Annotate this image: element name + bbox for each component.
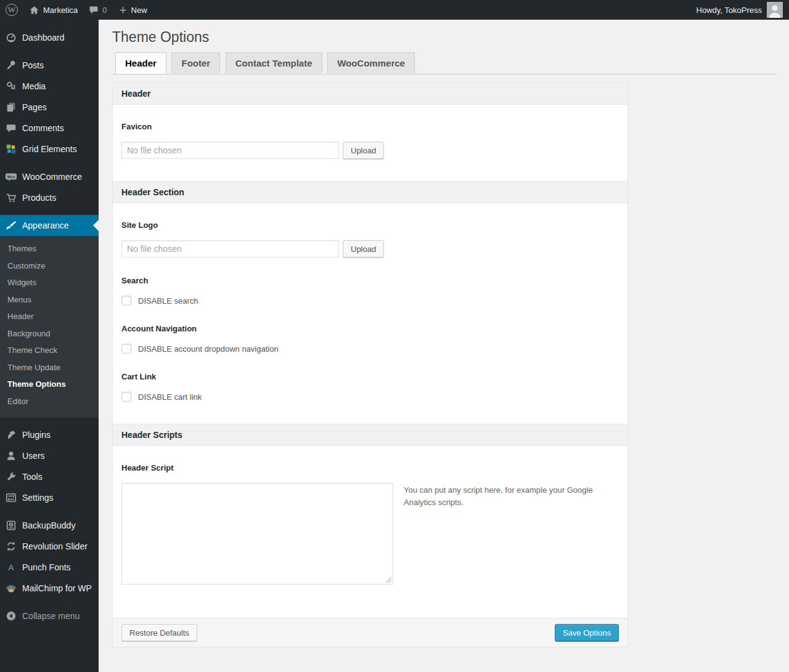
- cart-link-field: Cart Link DISABLE cart link: [121, 372, 619, 402]
- sidebar-item-label: Grid Elements: [22, 139, 77, 160]
- sidebar-item-media[interactable]: Media: [0, 76, 99, 97]
- submenu-item-customize[interactable]: Customize: [0, 257, 99, 275]
- grid-icon: [0, 144, 22, 155]
- site-name-link[interactable]: Marketica: [23, 0, 83, 20]
- sidebar-item-appearance[interactable]: Appearance: [0, 215, 99, 236]
- page-title: Theme Options: [112, 20, 777, 52]
- menu-separator: [0, 48, 99, 55]
- menu-separator: [0, 208, 99, 215]
- submenu-item-background[interactable]: Background: [0, 325, 99, 342]
- favicon-upload-button[interactable]: Upload: [343, 142, 384, 159]
- submenu-item-editor[interactable]: Editor: [0, 393, 99, 410]
- favicon-file-input[interactable]: [121, 142, 339, 159]
- monkey-icon: [0, 583, 22, 594]
- sidebar-item-pages[interactable]: Pages: [0, 97, 99, 118]
- disable-search-label: DISABLE search: [138, 296, 198, 306]
- section-title: Header: [113, 83, 628, 105]
- sidebar-item-label: Users: [22, 445, 45, 466]
- submenu-item-theme-update[interactable]: Theme Update: [0, 359, 99, 376]
- user-icon: [0, 450, 22, 461]
- tab-header[interactable]: Header: [115, 52, 166, 74]
- disable-account-nav-label: DISABLE account dropdown navigation: [138, 344, 279, 354]
- admin-bar: W Marketica 0 New Howdy, TokoPress: [0, 0, 789, 20]
- account-navigation-field: Account Navigation DISABLE account dropd…: [121, 324, 619, 354]
- appearance-submenu: Themes Customize Widgets Menus Header Ba…: [0, 236, 99, 418]
- comments-icon: [0, 123, 22, 134]
- site-logo-upload-button[interactable]: Upload: [343, 240, 384, 257]
- tab-woocommerce[interactable]: WooCommerce: [327, 52, 415, 73]
- site-name: Marketica: [43, 6, 78, 15]
- svg-text:A: A: [8, 563, 14, 572]
- theme-options-panel: Header Favicon Upload Header Section Sit…: [112, 83, 628, 647]
- disable-cart-link-checkbox[interactable]: [121, 392, 131, 402]
- avatar[interactable]: [767, 2, 783, 18]
- home-icon: [29, 5, 39, 15]
- sidebar-item-revolution-slider[interactable]: Revolution Slider: [0, 536, 99, 557]
- sidebar-item-backupbuddy[interactable]: BackupBuddy: [0, 515, 99, 536]
- tab-contact-template[interactable]: Contact Template: [226, 52, 322, 73]
- header-script-help: You can put any script here, for example…: [404, 484, 601, 509]
- wordpress-logo-menu[interactable]: W: [0, 0, 23, 20]
- sidebar-item-label: Punch Fonts: [22, 557, 71, 578]
- disable-cart-link-label: DISABLE cart link: [138, 392, 202, 402]
- sidebar-item-plugins[interactable]: Plugins: [0, 424, 99, 445]
- sidebar-item-label: Revolution Slider: [22, 536, 88, 557]
- sidebar-item-woocommerce[interactable]: Woo WooCommerce: [0, 166, 99, 187]
- section-title: Header Scripts: [113, 424, 628, 446]
- sidebar-item-dashboard[interactable]: Dashboard: [0, 27, 99, 48]
- howdy-text[interactable]: Howdy, TokoPress: [697, 6, 762, 15]
- sidebar-item-label: Pages: [22, 97, 47, 118]
- submenu-item-menus[interactable]: Menus: [0, 291, 99, 309]
- disable-search-checkbox[interactable]: [121, 296, 131, 306]
- search-label: Search: [121, 276, 619, 285]
- sidebar-item-tools[interactable]: Tools: [0, 466, 99, 487]
- comment-bubble-icon: [89, 5, 99, 15]
- submenu-item-theme-options[interactable]: Theme Options: [0, 376, 99, 393]
- backup-drive-icon: [0, 520, 22, 531]
- sidebar-item-posts[interactable]: Posts: [0, 55, 99, 76]
- submenu-item-widgets[interactable]: Widgets: [0, 274, 99, 291]
- sidebar-item-label: Collapse menu: [22, 605, 80, 626]
- woo-badge-icon: Woo: [0, 171, 22, 182]
- submenu-item-header[interactable]: Header: [0, 308, 99, 325]
- save-options-button[interactable]: Save Options: [555, 624, 619, 641]
- section-header-scripts: Header Scripts Header Script You can put…: [113, 424, 628, 618]
- sidebar-item-comments[interactable]: Comments: [0, 118, 99, 139]
- sidebar-item-users[interactable]: Users: [0, 445, 99, 466]
- sliders-icon: [0, 492, 22, 503]
- submenu-item-themes[interactable]: Themes: [0, 240, 99, 257]
- sidebar-item-label: Appearance: [22, 215, 69, 236]
- cart-icon: [0, 192, 22, 203]
- section-header-section: Header Section Site Logo Upload Search D…: [113, 181, 628, 424]
- wordpress-logo-icon: W: [6, 4, 18, 16]
- sidebar-item-mailchimp[interactable]: MailChimp for WP: [0, 578, 99, 599]
- admin-sidebar: Dashboard Posts Media Pages Comments Gri…: [0, 20, 99, 672]
- menu-separator: [0, 160, 99, 166]
- restore-defaults-button[interactable]: Restore Defaults: [121, 624, 197, 641]
- search-field: Search DISABLE search: [121, 276, 619, 306]
- sidebar-item-label: Comments: [22, 118, 64, 139]
- sidebar-item-punch-fonts[interactable]: A Punch Fonts: [0, 557, 99, 578]
- cart-link-label: Cart Link: [121, 372, 619, 381]
- sidebar-item-grid-elements[interactable]: Grid Elements: [0, 139, 99, 160]
- site-logo-label: Site Logo: [121, 221, 619, 230]
- sidebar-item-label: Plugins: [22, 424, 51, 445]
- site-logo-file-input[interactable]: [121, 240, 339, 257]
- current-menu-arrow: [88, 220, 99, 231]
- header-script-textarea[interactable]: [121, 483, 393, 585]
- collapse-menu-button[interactable]: Collapse menu: [0, 605, 99, 626]
- account-navigation-label: Account Navigation: [121, 324, 619, 333]
- tab-footer[interactable]: Footer: [171, 52, 220, 73]
- main-content: Theme Options Header Footer Contact Temp…: [99, 0, 789, 672]
- sidebar-item-label: Tools: [22, 466, 43, 487]
- header-script-label: Header Script: [121, 463, 619, 472]
- sidebar-item-settings[interactable]: Settings: [0, 487, 99, 508]
- tab-bar: Header Footer Contact Template WooCommer…: [112, 52, 777, 75]
- comments-shortcut[interactable]: 0: [83, 0, 112, 20]
- new-content-menu[interactable]: New: [113, 0, 153, 20]
- submenu-item-theme-check[interactable]: Theme Check: [0, 342, 99, 359]
- disable-account-nav-checkbox[interactable]: [121, 344, 131, 354]
- sidebar-item-products[interactable]: Products: [0, 187, 99, 208]
- media-icon: [0, 81, 22, 92]
- section-header: Header Favicon Upload: [113, 83, 628, 181]
